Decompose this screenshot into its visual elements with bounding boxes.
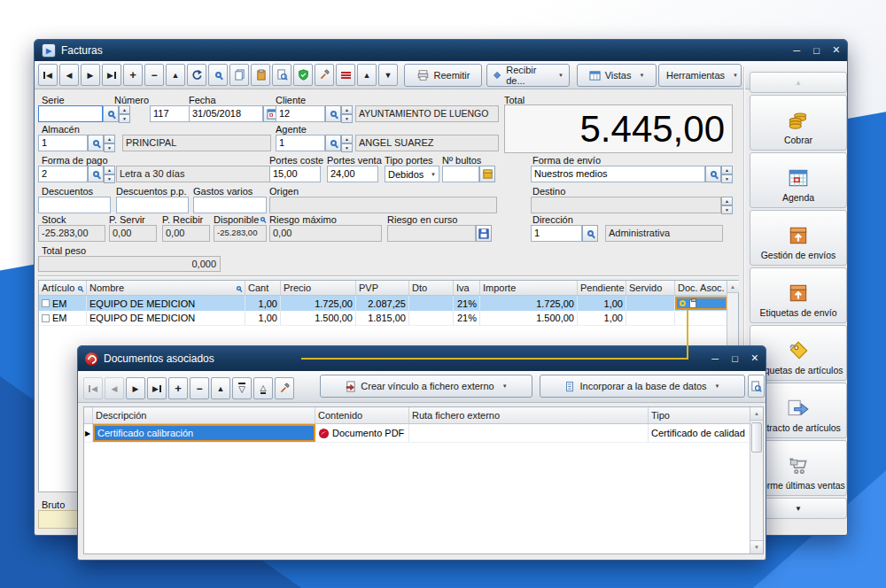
table-row[interactable]: Certificado calibración Documento PDF Ce… (84, 424, 763, 443)
scroll-up-button[interactable] (727, 281, 739, 293)
cliente-search-button[interactable] (325, 105, 341, 122)
col-pendiente[interactable]: Pendiente (578, 281, 626, 295)
accept-button[interactable] (211, 377, 230, 399)
documents-table-scrollbar[interactable] (750, 407, 763, 553)
tipo-cell[interactable]: Certificado de calidad (649, 424, 750, 442)
almacen-spinner[interactable] (104, 135, 115, 151)
scroll-up-button[interactable] (750, 407, 763, 421)
sidebar-scroll-up-button[interactable] (750, 72, 847, 93)
view-document-button[interactable] (748, 375, 765, 398)
col-descripcion[interactable]: Descripción (93, 407, 315, 423)
minimize-button[interactable] (793, 46, 800, 56)
crear-vinculo-button[interactable]: Crear vínculo a fichero externo (320, 375, 532, 398)
forma-pago-code-field[interactable]: 2 (38, 166, 88, 182)
col-importe[interactable]: Importe (480, 281, 578, 295)
scrollbar-thumb[interactable] (751, 422, 762, 453)
direccion-code-field[interactable]: 1 (531, 225, 582, 242)
close-button[interactable] (833, 45, 840, 56)
refresh-button[interactable] (187, 64, 206, 86)
portes-coste-field[interactable]: 15,00 (269, 166, 321, 182)
serie-search-button[interactable] (103, 105, 119, 122)
herramientas-button[interactable]: Herramientas (658, 64, 742, 87)
sidebar-item-gestion-envios[interactable]: Gestión de envíos (750, 210, 847, 266)
cliente-spinner[interactable] (341, 105, 353, 122)
table-row[interactable]: EM EQUIPO DE MEDICION 1,00 1.500,00 1.81… (39, 311, 738, 326)
column-search-icon[interactable] (78, 285, 82, 290)
col-contenido[interactable]: Contenido (315, 407, 409, 423)
descripcion-cell[interactable]: Certificado calibración (93, 424, 315, 442)
download-button[interactable] (232, 377, 252, 399)
almacen-search-button[interactable] (88, 135, 104, 151)
search-button[interactable] (208, 64, 228, 86)
nav-last-button[interactable] (147, 377, 167, 399)
col-dto[interactable]: Dto (409, 281, 454, 295)
forma-pago-search-button[interactable] (88, 166, 104, 182)
table-row[interactable]: EM EQUIPO DE MEDICION 1,00 1.725,00 2.08… (39, 296, 738, 311)
col-doc-asoc[interactable]: Doc. Asoc. (675, 281, 728, 295)
num-bultos-field[interactable] (442, 166, 479, 182)
col-iva[interactable]: Iva (454, 281, 480, 295)
riesgo-curso-button[interactable] (476, 225, 492, 242)
col-articulo[interactable]: Artículo (39, 281, 87, 295)
tools-button[interactable] (275, 377, 294, 399)
nav-first-button[interactable] (38, 64, 58, 86)
add-record-button[interactable] (168, 377, 188, 399)
incorporar-button[interactable]: Incorporar a la base de datos (540, 375, 745, 398)
ruta-cell[interactable] (409, 424, 649, 442)
gastos-varios-field[interactable] (193, 197, 267, 213)
maximize-button[interactable] (813, 46, 820, 56)
forma-envio-field[interactable]: Nuestros medios (531, 166, 705, 182)
col-pvp[interactable]: PVP (356, 281, 409, 295)
descuentos-pp-field[interactable] (116, 197, 189, 213)
move-down-button[interactable] (378, 64, 398, 86)
agente-search-button[interactable] (325, 135, 341, 151)
accept-button[interactable] (166, 64, 185, 86)
contenido-cell[interactable]: Documento PDF (315, 424, 409, 442)
nav-next-button[interactable] (81, 64, 100, 86)
eject-button[interactable]: △ (253, 377, 273, 399)
serie-spinner[interactable] (119, 105, 130, 122)
almacen-code-field[interactable]: 1 (38, 135, 88, 151)
list-button[interactable] (336, 64, 355, 86)
reemitir-button[interactable]: Reemitir (404, 64, 482, 87)
validate-button[interactable] (293, 64, 313, 86)
cliente-code-field[interactable]: 12 (276, 105, 325, 122)
row-checkbox[interactable] (42, 314, 50, 322)
tools-button[interactable] (315, 64, 334, 86)
sidebar-item-agenda[interactable]: Agenda (750, 152, 847, 208)
tipo-portes-dropdown[interactable]: Debidos (385, 166, 439, 182)
agente-code-field[interactable]: 1 (276, 135, 325, 151)
minimize-button[interactable] (711, 354, 719, 364)
nav-previous-button[interactable] (59, 64, 79, 86)
vistas-button[interactable]: Vistas (577, 64, 657, 87)
column-search-icon[interactable] (237, 285, 241, 290)
add-record-button[interactable] (123, 64, 143, 86)
row-checkbox[interactable] (42, 299, 50, 307)
recibir-de-button[interactable]: Recibir de... (486, 64, 570, 87)
preview-button[interactable] (272, 64, 291, 86)
maximize-button[interactable] (732, 354, 738, 364)
scroll-down-button[interactable] (750, 540, 763, 553)
forma-envio-spinner[interactable] (721, 166, 733, 182)
col-ruta[interactable]: Ruta fichero externo (409, 407, 649, 423)
close-button[interactable] (751, 353, 758, 364)
nav-last-button[interactable] (102, 64, 121, 86)
disponible-search-icon[interactable] (260, 217, 265, 221)
move-up-button[interactable] (357, 64, 377, 86)
col-nombre[interactable]: Nombre (87, 281, 245, 295)
fecha-field[interactable]: 31/05/2018 (189, 105, 263, 122)
nav-previous-button[interactable] (105, 377, 124, 399)
delete-record-button[interactable] (144, 64, 164, 86)
facturas-titlebar[interactable]: Facturas (35, 40, 847, 61)
bultos-button[interactable] (479, 166, 495, 182)
col-tipo[interactable]: Tipo (649, 407, 750, 423)
descuentos-field[interactable] (38, 197, 111, 213)
nav-first-button[interactable] (83, 377, 103, 399)
forma-pago-spinner[interactable] (104, 166, 115, 182)
sidebar-item-etiquetas-envio[interactable]: Etiquetas de envío (750, 267, 847, 323)
direccion-search-button[interactable] (582, 225, 598, 242)
col-cant[interactable]: Cant (245, 281, 281, 295)
nav-next-button[interactable] (126, 377, 145, 399)
sidebar-item-cobrar[interactable]: Cobrar (750, 95, 847, 151)
delete-record-button[interactable] (190, 377, 209, 399)
